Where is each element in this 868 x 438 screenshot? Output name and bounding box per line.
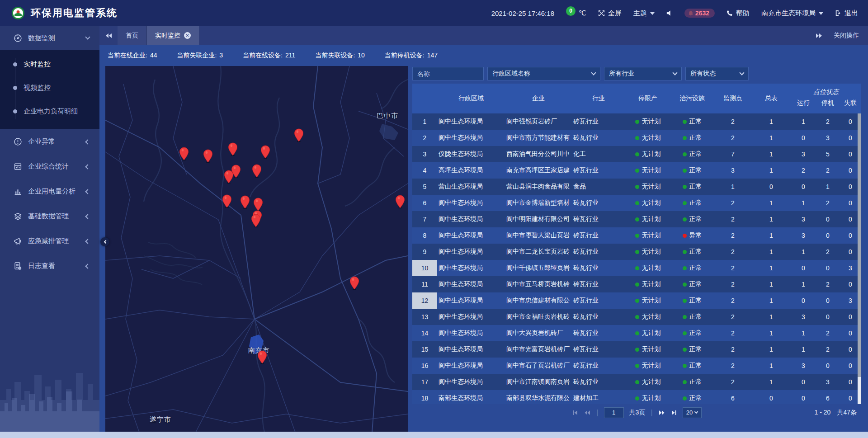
scrollbar-thumb[interactable] xyxy=(858,113,861,377)
table-row[interactable]: 11 阆中生态环境局 阆中市五马桥页岩机砖 砖瓦行业 无计划 xyxy=(412,276,861,292)
name-search-input[interactable] xyxy=(412,67,484,80)
logout-button[interactable]: 退出 xyxy=(835,9,858,18)
prev-page-button[interactable] xyxy=(584,410,591,416)
close-operations-button[interactable]: 关闭操作 xyxy=(834,32,859,40)
region-cell: 阆中生态环境局 xyxy=(437,118,505,126)
table-row[interactable]: 15 阆中生态环境局 阆中市光富页岩机砖厂 砖瓦行业 无计划 xyxy=(412,341,861,358)
sidebar-item-company-abnormal[interactable]: 企业异常 xyxy=(0,129,99,154)
sidebar-item-logs[interactable]: 日志查看 xyxy=(0,254,99,278)
tabs-scroll-left-button[interactable] xyxy=(99,26,118,45)
sidebar-item-power-analysis[interactable]: 企业用电量分析 xyxy=(0,179,99,204)
sidebar-collapse-button[interactable] xyxy=(100,237,109,246)
table-body: 1 阆中生态环境局 阆中强锐页岩砖厂 砖瓦行业 无计划 xyxy=(412,113,861,404)
chevron-left-icon xyxy=(85,214,90,219)
sidebar-subitem[interactable]: 视频监控 xyxy=(0,76,99,99)
meters-cell: 0 xyxy=(752,395,791,402)
table-row[interactable]: 7 阆中生态环境局 阆中明阳建材有限公司 砖瓦行业 无计划 xyxy=(412,211,861,227)
page-number-input[interactable] xyxy=(604,407,624,418)
map-pin-icon[interactable] xyxy=(251,214,261,229)
table-row[interactable]: 18 南部生态环境局 南部县双华水泥有限公 建材加工 无计划 xyxy=(412,390,861,404)
sidebar-subitem[interactable]: 实时监控 xyxy=(0,52,99,76)
status-dot-icon xyxy=(635,299,639,303)
table-row[interactable]: 13 阆中生态环境局 阆中市金福旺页岩机砖 砖瓦行业 无计划 xyxy=(412,309,861,325)
company-cell: 阆中市忠信建材有限公 xyxy=(505,297,572,305)
table-row[interactable]: 1 阆中生态环境局 阆中强锐页岩砖厂 砖瓦行业 无计划 xyxy=(412,113,861,130)
first-page-button[interactable] xyxy=(572,410,578,416)
plan-status-cell: 无计划 xyxy=(625,394,670,402)
sidebar-subitem[interactable]: 企业电力负荷明细 xyxy=(0,99,99,123)
map-pin-icon[interactable] xyxy=(228,142,238,158)
table-row[interactable]: 4 高坪生态环境局 南充市高坪区王家店建 砖瓦行业 无计划 xyxy=(412,162,861,179)
status-dot-icon xyxy=(635,283,639,287)
table-row[interactable]: 14 阆中生态环境局 阆中大兴页岩机砖厂 砖瓦行业 无计划 xyxy=(412,325,861,341)
tabs-scroll-right-button[interactable] xyxy=(816,33,822,38)
region-cell: 阆中生态环境局 xyxy=(437,199,505,207)
divider: | xyxy=(596,409,598,417)
row-number: 4 xyxy=(412,162,437,179)
page-size-select[interactable]: 20 xyxy=(683,407,702,418)
table-row[interactable]: 2 阆中生态环境局 阆中市南方节能建材有 砖瓦行业 无计划 xyxy=(412,130,861,146)
run-cell: 1 xyxy=(791,199,816,207)
sidebar-item-emergency[interactable]: 应急减排管理 xyxy=(0,229,99,254)
map-pin-icon[interactable] xyxy=(350,276,359,292)
row-number: 18 xyxy=(412,390,437,404)
points-cell: 7 xyxy=(714,151,752,158)
map-pin-icon[interactable] xyxy=(258,350,267,366)
sidebar-item-company-statistics[interactable]: 企业综合统计 xyxy=(0,154,99,179)
facility-status-cell: 正常 xyxy=(670,394,714,402)
facility-status-cell: 异常 xyxy=(670,231,714,240)
table-row[interactable]: 12 阆中生态环境局 阆中市忠信建材有限公 砖瓦行业 无计划 xyxy=(412,292,861,309)
stop-cell: 3 xyxy=(816,378,840,386)
map-pin-icon[interactable] xyxy=(252,164,262,179)
col-region: 行政区域 xyxy=(437,94,505,103)
row-number: 5 xyxy=(412,179,437,195)
temperature: 0 ℃ xyxy=(566,9,586,18)
map-pin-icon[interactable] xyxy=(203,149,212,165)
map-pin-icon[interactable] xyxy=(179,147,189,162)
org-dropdown[interactable]: 南充市生态环境局 xyxy=(761,9,823,18)
bar-chart-icon xyxy=(14,187,22,196)
status-select[interactable]: 所有状态 xyxy=(685,67,749,80)
table-row[interactable]: 3 仪陇生态环境局 西南油气田分公司川中 化工 无计划 xyxy=(412,146,861,162)
stat-item: 当前在线企业: 44 xyxy=(108,52,157,60)
table-row[interactable]: 10 阆中生态环境局 阆中千佛镇五郎垭页岩 砖瓦行业 无计划 xyxy=(412,260,861,276)
map-pin-icon[interactable] xyxy=(231,165,241,180)
table-row[interactable]: 5 营山生态环境局 营山县润丰肉食品有限 食品 无计划 xyxy=(412,179,861,195)
industry-select[interactable]: 所有行业 xyxy=(604,67,682,80)
meters-cell: 1 xyxy=(752,281,791,288)
run-cell: 3 xyxy=(791,362,816,369)
close-icon[interactable]: ✕ xyxy=(184,32,191,39)
map-pin-icon[interactable] xyxy=(222,194,231,210)
table-row[interactable]: 17 阆中生态环境局 阆中市江南镇阆南页岩 砖瓦行业 无计划 xyxy=(412,374,861,390)
sidebar-item-base-data[interactable]: 基础数据管理 xyxy=(0,204,99,229)
tab-home[interactable]: 首页 xyxy=(118,26,147,45)
run-cell: 3 xyxy=(791,313,816,320)
points-cell: 2 xyxy=(714,281,752,288)
theme-dropdown[interactable]: 主题 xyxy=(633,9,655,18)
help-button[interactable]: 帮助 xyxy=(726,9,750,18)
stop-cell: 1 xyxy=(816,183,840,190)
table-row[interactable]: 16 阆中生态环境局 阆中市石子页岩机砖厂 砖瓦行业 无计划 xyxy=(412,358,861,374)
tab-realtime-monitoring[interactable]: 实时监控 ✕ xyxy=(147,26,199,45)
status-dot-icon xyxy=(683,152,687,156)
meters-cell: 1 xyxy=(752,362,791,369)
map-pin-icon[interactable] xyxy=(294,128,304,144)
map-pin-icon[interactable] xyxy=(241,195,250,211)
status-dot-icon xyxy=(683,185,687,189)
table-row[interactable]: 9 阆中生态环境局 阆中市二龙长宝页岩砖 砖瓦行业 无计划 xyxy=(412,244,861,260)
last-page-button[interactable] xyxy=(671,410,677,416)
sidebar-item-data-monitoring[interactable]: 数据监测 xyxy=(0,26,99,50)
map-pin-icon[interactable] xyxy=(260,145,270,160)
table-scrollbar[interactable] xyxy=(858,113,861,404)
table-row[interactable]: 8 阆中生态环境局 阆中市枣碧大梁山页岩 砖瓦行业 无计划 xyxy=(412,227,861,244)
region-select[interactable]: 行政区域名称 xyxy=(487,67,600,80)
notification-badge[interactable]: 2632 xyxy=(684,9,715,18)
map-canvas[interactable]: 巴中市 南充市 遂宁市 xyxy=(105,66,408,432)
mute-button[interactable] xyxy=(666,10,673,16)
industry-cell: 砖瓦行业 xyxy=(572,118,625,126)
points-cell: 2 xyxy=(714,232,752,239)
next-page-button[interactable] xyxy=(658,410,665,416)
table-row[interactable]: 6 阆中生态环境局 阆中市金博瑞新型墙材 砖瓦行业 无计划 xyxy=(412,195,861,211)
map-pin-icon[interactable] xyxy=(396,195,405,210)
fullscreen-button[interactable]: 全屏 xyxy=(598,9,622,18)
